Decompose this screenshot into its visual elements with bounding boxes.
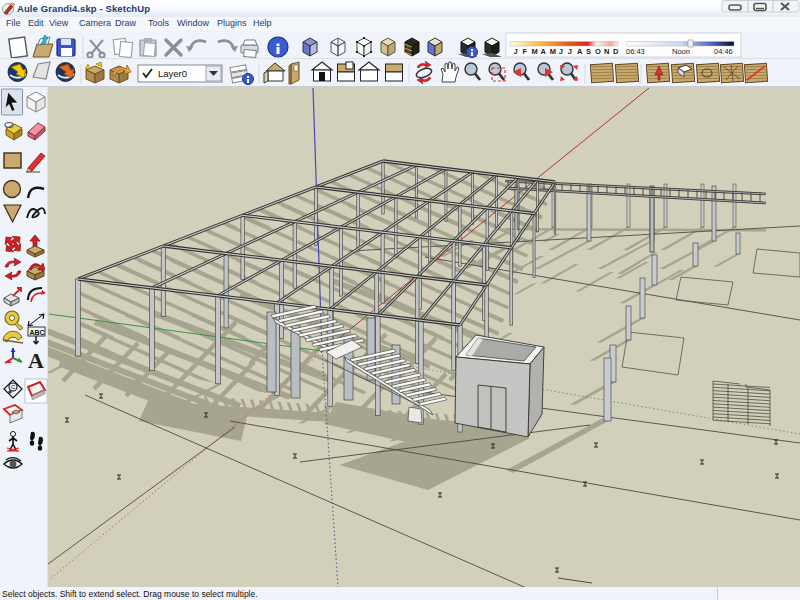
- svg-text:M: M: [550, 47, 556, 56]
- svg-text:A: A: [541, 47, 547, 56]
- svg-text:04:46: 04:46: [714, 47, 733, 56]
- svg-text:A: A: [28, 348, 44, 373]
- svg-text:J: J: [514, 47, 518, 56]
- svg-text:J: J: [568, 47, 572, 56]
- svg-text:Layer0: Layer0: [158, 68, 187, 79]
- svg-text:06:43: 06:43: [626, 47, 645, 56]
- svg-text:M: M: [532, 47, 538, 56]
- svg-text:Noon: Noon: [672, 47, 690, 56]
- svg-text:O: O: [595, 47, 601, 56]
- svg-text:A: A: [577, 47, 583, 56]
- svg-text:S: S: [586, 47, 591, 56]
- svg-text:F: F: [523, 47, 528, 56]
- svg-text:D: D: [613, 47, 619, 56]
- svg-text:C: C: [11, 384, 16, 390]
- svg-text:ABC: ABC: [30, 329, 45, 336]
- svg-text:N: N: [604, 47, 609, 56]
- svg-text:J: J: [559, 47, 563, 56]
